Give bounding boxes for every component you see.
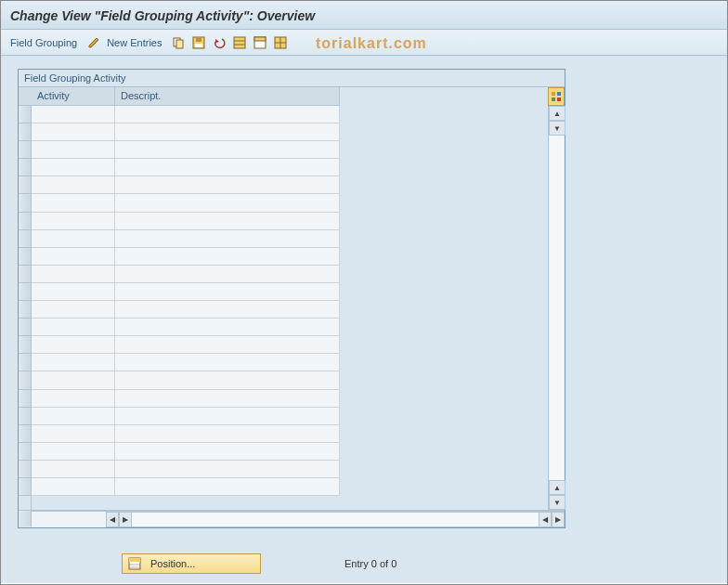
row-selector[interactable] (19, 336, 31, 354)
scroll-track[interactable] (550, 136, 564, 480)
row-selector[interactable] (19, 425, 31, 443)
right-panel-area: ▲ ▼ ▲ ▼ (340, 87, 565, 510)
row-selector[interactable] (19, 248, 31, 266)
activity-cell[interactable] (32, 336, 115, 354)
content-area: Field Grouping Activity (1, 56, 727, 583)
scroll-up-step-icon[interactable]: ▼ (549, 121, 566, 136)
descript-cell[interactable] (115, 354, 340, 371)
activity-cell[interactable] (32, 159, 115, 176)
table-row (32, 124, 340, 141)
activity-cell[interactable] (32, 390, 115, 408)
scroll-down-icon[interactable]: ▼ (549, 495, 566, 510)
new-entries-link[interactable]: New Entries (107, 37, 162, 48)
scroll-down-step-icon[interactable]: ▲ (549, 480, 566, 495)
descript-cell[interactable] (115, 248, 340, 266)
descript-cell[interactable] (115, 408, 340, 425)
row-selector[interactable] (19, 194, 31, 212)
descript-cell[interactable] (115, 266, 340, 283)
activity-cell[interactable] (32, 301, 115, 318)
descript-cell[interactable] (115, 283, 340, 301)
activity-cell[interactable] (32, 213, 115, 230)
descript-cell[interactable] (115, 106, 340, 124)
row-selector[interactable] (19, 408, 31, 425)
select-all-icon[interactable] (232, 35, 247, 50)
descript-cell[interactable] (115, 213, 340, 230)
undo-icon[interactable] (212, 35, 227, 50)
scroll-up-icon[interactable]: ▲ (549, 106, 566, 121)
activity-cell[interactable] (32, 248, 115, 266)
position-button[interactable]: Position... (122, 553, 261, 574)
svg-rect-9 (254, 37, 266, 41)
activity-cell[interactable] (32, 425, 115, 443)
descript-cell[interactable] (115, 390, 340, 408)
descript-cell[interactable] (115, 425, 340, 443)
descript-cell[interactable] (115, 301, 340, 318)
table-settings-icon[interactable] (273, 35, 288, 50)
activity-cell[interactable] (32, 106, 115, 124)
row-selector[interactable] (19, 461, 31, 478)
row-selector[interactable] (19, 124, 31, 141)
descript-cell[interactable] (115, 124, 340, 141)
activity-cell[interactable] (32, 283, 115, 301)
row-selector[interactable] (19, 213, 31, 230)
row-selector[interactable] (19, 141, 31, 159)
row-selector[interactable] (19, 159, 31, 176)
data-columns: Activity Descript. (32, 87, 340, 510)
scroll-right-icon[interactable]: ▶ (552, 512, 565, 527)
descript-cell[interactable] (115, 336, 340, 354)
vertical-scrollbar: ▲ ▼ ▲ ▼ (548, 106, 565, 510)
descript-cell[interactable] (115, 371, 340, 389)
deselect-all-icon[interactable] (253, 35, 267, 50)
descript-column-header[interactable]: Descript. (115, 87, 340, 106)
descript-cell[interactable] (115, 443, 340, 461)
save-icon[interactable] (191, 35, 206, 50)
activity-cell[interactable] (32, 230, 115, 248)
activity-cell[interactable] (32, 354, 115, 371)
activity-cell[interactable] (32, 443, 115, 461)
activity-cell[interactable] (32, 141, 115, 159)
row-selector[interactable] (19, 283, 31, 301)
row-selector[interactable] (19, 301, 31, 318)
row-selector[interactable] (19, 478, 31, 496)
row-selector[interactable] (19, 443, 31, 461)
row-selector[interactable] (19, 230, 31, 248)
row-selector[interactable] (19, 354, 31, 371)
activity-column-header[interactable]: Activity (32, 87, 115, 106)
activity-cell[interactable] (32, 461, 115, 478)
svg-rect-5 (234, 37, 245, 48)
row-selector[interactable] (19, 318, 31, 336)
table-row (32, 106, 340, 124)
row-selector[interactable] (19, 106, 31, 124)
activity-cell[interactable] (32, 266, 115, 283)
scroll-right-step-icon[interactable]: ◀ (539, 512, 552, 527)
descript-cell[interactable] (115, 141, 340, 159)
field-grouping-link[interactable]: Field Grouping (10, 37, 77, 48)
svg-rect-3 (195, 44, 202, 47)
activity-cell[interactable] (32, 318, 115, 336)
row-selector[interactable] (19, 176, 31, 194)
activity-cell[interactable] (32, 194, 115, 212)
descript-cell[interactable] (115, 176, 340, 194)
table-row (32, 176, 340, 194)
activity-cell[interactable] (32, 124, 115, 141)
descript-cell[interactable] (115, 461, 340, 478)
descript-cell[interactable] (115, 318, 340, 336)
descript-cell[interactable] (115, 230, 340, 248)
activity-cell[interactable] (32, 371, 115, 389)
h-scroll-track[interactable] (132, 512, 539, 527)
row-selector[interactable] (19, 390, 31, 408)
descript-cell[interactable] (115, 194, 340, 212)
activity-cell[interactable] (32, 478, 115, 496)
row-selector[interactable] (19, 266, 31, 283)
svg-rect-17 (557, 98, 561, 101)
descript-cell[interactable] (115, 159, 340, 176)
scroll-left-icon[interactable]: ◀ (106, 512, 119, 527)
edit-icon[interactable] (86, 35, 101, 50)
row-selector[interactable] (19, 371, 31, 389)
activity-cell[interactable] (32, 176, 115, 194)
descript-cell[interactable] (115, 478, 340, 496)
copy-icon[interactable] (171, 35, 186, 50)
activity-cell[interactable] (32, 408, 115, 425)
table-config-icon[interactable] (548, 87, 565, 106)
scroll-left-step-icon[interactable]: ▶ (119, 512, 132, 527)
